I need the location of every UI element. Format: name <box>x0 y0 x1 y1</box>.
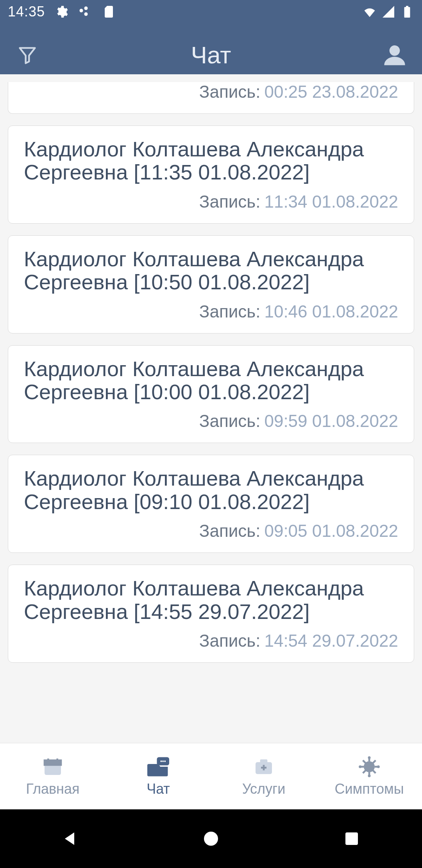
svg-point-26 <box>204 832 218 846</box>
cell-signal-icon <box>381 5 395 19</box>
chat-list[interactable]: Запись:00:25 23.08.2022Кардиолог Колташе… <box>0 74 422 743</box>
filter-button[interactable] <box>12 39 43 70</box>
svg-point-23 <box>377 765 380 768</box>
record-label: Запись: <box>199 192 261 211</box>
svg-line-19 <box>373 770 376 773</box>
virus-icon <box>358 756 380 778</box>
record-label: Запись: <box>199 82 261 101</box>
chat-card[interactable]: Кардиолог Колташева Александра Сергеевна… <box>8 345 414 443</box>
nav-chat[interactable]: ••• Чат <box>106 743 211 809</box>
svg-point-22 <box>359 765 361 768</box>
chat-card[interactable]: Кардиолог Колташева Александра Сергеевна… <box>8 235 414 334</box>
nav-label: Главная <box>26 781 79 797</box>
record-timestamp: 09:59 01.08.2022 <box>264 411 398 430</box>
chat-card[interactable]: Кардиолог Колташева Александра Сергеевна… <box>8 126 414 224</box>
svg-point-4 <box>390 45 400 56</box>
sd-card-icon <box>101 5 115 19</box>
chat-card[interactable]: Кардиолог Колташева Александра Сергеевна… <box>8 565 414 663</box>
profile-button[interactable] <box>379 39 410 70</box>
chat-folder-icon: ••• <box>147 756 169 778</box>
chat-card-title: Кардиолог Колташева Александра Сергеевна… <box>24 247 398 294</box>
svg-rect-12 <box>260 759 268 763</box>
svg-line-21 <box>373 760 376 763</box>
svg-point-24 <box>368 756 371 759</box>
page-title: Чат <box>43 41 379 69</box>
chat-card-title: Кардиолог Колташева Александра Сергеевна… <box>24 577 398 623</box>
nav-label: Услуги <box>242 781 286 797</box>
chat-card-title: Кардиолог Колташева Александра Сергеевна… <box>24 467 398 513</box>
android-recent-button[interactable] <box>340 827 363 850</box>
record-label: Запись: <box>199 631 261 650</box>
android-nav-bar <box>0 809 422 868</box>
svg-line-18 <box>363 760 366 763</box>
nav-label: Симптомы <box>334 781 404 797</box>
record-timestamp: 11:34 01.08.2022 <box>264 192 398 211</box>
status-time: 14:35 <box>8 4 45 20</box>
chat-card-meta: Запись:00:25 23.08.2022 <box>24 82 398 102</box>
battery-icon <box>400 5 414 19</box>
chat-card-meta: Запись:09:05 01.08.2022 <box>24 521 398 541</box>
record-label: Запись: <box>199 411 261 430</box>
chat-card[interactable]: Запись:00:25 23.08.2022 <box>8 82 414 114</box>
record-timestamp: 00:25 23.08.2022 <box>264 82 398 101</box>
medkit-icon <box>253 756 275 778</box>
svg-point-1 <box>84 7 88 10</box>
record-label: Запись: <box>199 521 261 540</box>
nav-symptoms[interactable]: Симптомы <box>316 743 422 809</box>
bottom-nav: Главная ••• Чат Услуги Симптомы <box>0 743 422 809</box>
status-bar: 14:35 <box>0 0 422 23</box>
nav-services[interactable]: Услуги <box>211 743 316 809</box>
record-timestamp: 09:05 01.08.2022 <box>264 521 398 540</box>
dots-icon <box>78 5 92 19</box>
svg-point-2 <box>84 13 88 16</box>
svg-line-20 <box>363 770 366 773</box>
chat-card-meta: Запись:09:59 01.08.2022 <box>24 411 398 431</box>
chat-card[interactable]: Кардиолог Колташева Александра Сергеевна… <box>8 455 414 553</box>
wifi-icon <box>363 5 377 19</box>
svg-rect-27 <box>345 832 358 845</box>
record-timestamp: 10:46 01.08.2022 <box>264 302 398 321</box>
chat-card-meta: Запись:11:34 01.08.2022 <box>24 192 398 212</box>
chat-card-meta: Запись:10:46 01.08.2022 <box>24 302 398 321</box>
record-timestamp: 14:54 29.07.2022 <box>264 631 398 650</box>
record-label: Запись: <box>199 302 261 321</box>
chat-card-title: Кардиолог Колташева Александра Сергеевна… <box>24 138 398 184</box>
svg-rect-6 <box>45 760 61 765</box>
svg-text:•••: ••• <box>160 758 166 764</box>
nav-home[interactable]: Главная <box>0 743 106 809</box>
chat-card-meta: Запись:14:54 29.07.2022 <box>24 631 398 651</box>
nav-label: Чат <box>147 781 170 797</box>
svg-point-0 <box>80 9 83 13</box>
chat-card-title: Кардиолог Колташева Александра Сергеевна… <box>24 357 398 404</box>
settings-icon <box>54 5 68 19</box>
svg-marker-3 <box>20 48 35 63</box>
android-home-button[interactable] <box>199 827 223 850</box>
calendar-icon <box>42 756 64 778</box>
android-back-button[interactable] <box>59 827 82 850</box>
svg-point-25 <box>368 774 371 777</box>
